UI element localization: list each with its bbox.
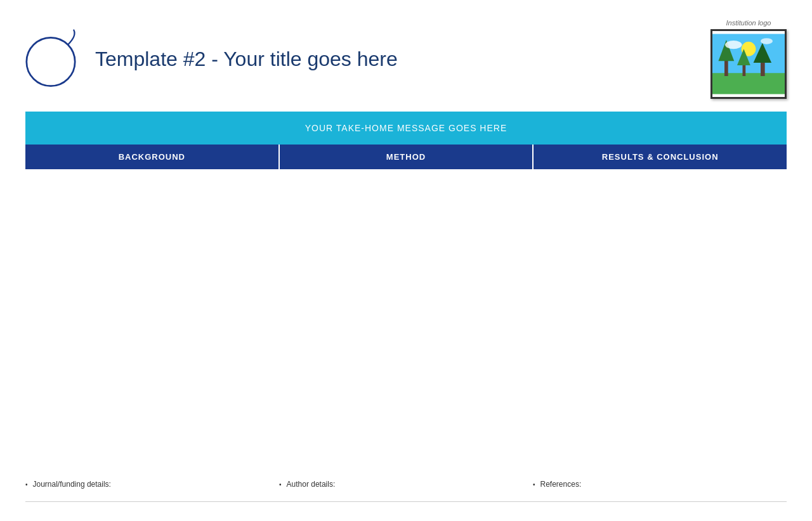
header: Template #2 - Your title goes here Insti… [0,0,812,112]
section-header-method: METHOD [280,145,533,169]
footer-journal-label: Journal/funding details: [33,480,111,489]
footer-references-label: References: [540,480,582,489]
section-header-background: BACKGROUND [25,145,278,169]
section-header-results: RESULTS & CONCLUSION [534,145,787,169]
section-headers: BACKGROUND METHOD RESULTS & CONCLUSION [25,145,787,169]
take-home-message-banner: YOUR TAKE-HOME MESSAGE GOES HERE [25,112,787,145]
footer-author-label: Author details: [287,480,336,489]
svg-rect-8 [761,61,765,76]
footer: • Journal/funding details: • Author deta… [0,480,812,502]
footer-item-references: • References: [533,480,787,489]
page-title: Template #2 - Your title goes here [95,48,398,71]
bullet-icon-2: • [279,481,282,488]
bullet-icon-1: • [25,481,28,488]
svg-point-10 [725,41,742,49]
footer-item-journal: • Journal/funding details: [25,480,279,489]
institution-logo-frame [710,29,787,99]
content-area [25,169,787,391]
institution-logo-container: Institution logo [710,19,787,99]
bullet-icon-3: • [533,481,535,488]
banner-section: YOUR TAKE-HOME MESSAGE GOES HERE BACKGRO… [25,112,787,169]
logo-image-icon [712,31,785,97]
svg-rect-2 [712,73,785,94]
header-left: Template #2 - Your title goes here [19,27,398,91]
svg-point-11 [761,38,773,44]
svg-rect-6 [743,64,746,76]
institution-logo-label: Institution logo [726,19,771,27]
circle-logo-icon [19,27,82,91]
footer-divider [25,501,787,502]
footer-item-author: • Author details: [279,480,533,489]
footer-items: • Journal/funding details: • Author deta… [25,480,787,489]
